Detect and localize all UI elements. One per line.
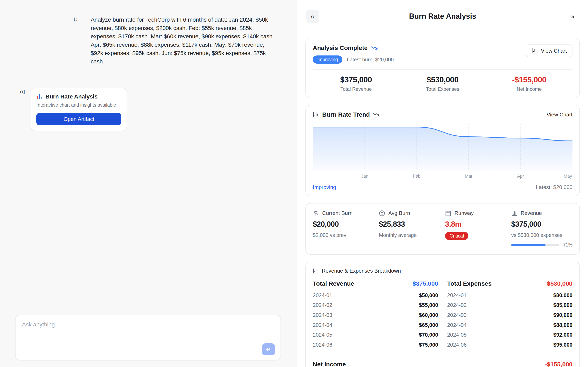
row-value: $85,000 [553, 302, 572, 308]
summary-left: Analysis Complete Improving Latest burn:… [313, 44, 394, 64]
breakdown-grid: Total Revenue $375,000 2024-01$50,000 20… [313, 280, 572, 350]
user-message: Analyze burn rate for TechCorp with 6 mo… [91, 16, 277, 66]
row-value: $80,000 [553, 292, 572, 299]
row-month: 2024-01 [313, 292, 332, 299]
analysis-summary-card: Analysis Complete Improving Latest burn:… [305, 38, 580, 98]
row-month: 2024-04 [447, 322, 467, 328]
summary-stats: $375,000 Total Revenue $530,000 Total Ex… [313, 69, 572, 92]
row-month: 2024-03 [447, 312, 467, 318]
table-row: 2024-03$90,000 [447, 310, 572, 320]
summary-top-row: Analysis Complete Improving Latest burn:… [313, 44, 572, 64]
row-value: $65,000 [419, 322, 438, 328]
user-avatar: U [73, 16, 78, 24]
metric-label: Current Burn [322, 210, 353, 216]
metric-label: Revenue [521, 210, 542, 216]
table-row: 2024-04$65,000 [313, 320, 438, 330]
panel-header: « Burn Rate Analysis » [297, 0, 588, 33]
summary-title: Analysis Complete [313, 44, 367, 51]
metric-label-row: Revenue [511, 210, 572, 216]
progress-percent-label: 71% [563, 242, 572, 248]
net-income-row: Net Income -$155,000 [313, 355, 572, 367]
bar-chart-icon [313, 268, 319, 274]
x-tick-label: Mar [465, 174, 472, 179]
revenue-progress-fill [511, 244, 545, 246]
x-tick-label: Jan [361, 174, 368, 179]
ai-message-row: AI Burn Rate Analysis Interactive chart … [20, 88, 297, 131]
view-chart-button[interactable]: View Chart [526, 44, 572, 57]
row-month: 2024-05 [447, 332, 467, 338]
metric-current-burn: Current Burn $20,000 $2,000 vs prev [313, 210, 379, 248]
trending-down-icon [373, 111, 379, 118]
expenses-column: Total Expenses $530,000 2024-01$80,000 2… [447, 280, 572, 350]
revenue-progress: 71% [511, 242, 572, 248]
artifact-card-title: Burn Rate Analysis [45, 93, 98, 100]
row-month: 2024-02 [313, 302, 332, 308]
ai-avatar: AI [20, 88, 25, 96]
row-value: $92,000 [553, 332, 572, 338]
trend-card-header: Burn Rate Trend View Chart [313, 111, 572, 118]
row-value: $55,000 [419, 302, 438, 308]
metric-avg-burn: Avg Burn $25,833 Monthly average [379, 210, 445, 248]
x-tick-label: Feb [413, 174, 421, 179]
row-value: $75,000 [419, 342, 438, 348]
collapse-panel-button[interactable]: « [306, 9, 319, 23]
user-message-row: U Analyze burn rate for TechCorp with 6 … [73, 16, 281, 66]
metric-value: $25,833 [379, 220, 445, 229]
stat-label: Total Revenue [313, 86, 399, 92]
row-month: 2024-04 [313, 322, 332, 328]
metric-value: $375,000 [511, 220, 572, 229]
metric-sub: $2,000 vs prev [313, 232, 379, 238]
revenue-column-header: Total Revenue $375,000 [313, 280, 438, 287]
metric-sub: vs $530,000 expenses [511, 232, 572, 238]
expenses-total: $530,000 [547, 280, 572, 287]
summary-title-row: Analysis Complete [313, 44, 394, 51]
send-button[interactable]: ↵ [262, 343, 275, 355]
stat-value: -$155,000 [486, 75, 572, 84]
metric-label-row: Current Burn [313, 210, 379, 216]
bar-chart-icon [511, 210, 517, 216]
artifact-card: Burn Rate Analysis Interactive chart and… [31, 88, 127, 131]
metrics-card: Current Burn $20,000 $2,000 vs prev Avg … [305, 203, 580, 255]
x-tick-label: May [563, 174, 572, 179]
panel-title: Burn Rate Analysis [319, 12, 566, 21]
row-value: $88,000 [553, 322, 572, 328]
enter-icon: ↵ [266, 346, 271, 353]
metric-value: $20,000 [313, 220, 379, 229]
trend-status-text: Improving [313, 184, 336, 191]
revenue-header-label: Total Revenue [313, 280, 354, 287]
net-income-label: Net Income [313, 361, 346, 367]
expand-panel-button[interactable]: » [566, 9, 579, 23]
metric-runway: Runway 3.8m Critical [445, 210, 511, 248]
open-artifact-button[interactable]: Open Artifact [36, 113, 121, 125]
table-row: 2024-05$70,000 [313, 330, 438, 340]
metric-value: 3.8m [445, 220, 511, 229]
row-month: 2024-05 [313, 332, 332, 338]
app: U Analyze burn rate for TechCorp with 6 … [0, 0, 588, 367]
summary-sub-row: Improving Latest burn: $20,000 [313, 55, 394, 64]
burn-trend-chart-area [313, 123, 572, 171]
expenses-header-label: Total Expenses [447, 280, 492, 287]
calendar-icon [445, 210, 451, 216]
artifact-card-subtitle: Interactive chart and insights available [36, 102, 121, 108]
expenses-column-header: Total Expenses $530,000 [447, 280, 572, 287]
table-row: 2024-04$88,000 [447, 320, 572, 330]
view-chart-label: View Chart [541, 48, 567, 54]
view-chart-link[interactable]: View Chart [546, 111, 572, 118]
trend-card-footer: Improving Latest: $20,000 [313, 184, 572, 191]
chat-input[interactable] [16, 315, 281, 345]
revenue-total: $375,000 [413, 280, 438, 287]
trending-down-icon [371, 45, 378, 51]
metric-sub: Monthly average [379, 232, 445, 238]
row-month: 2024-01 [447, 292, 467, 299]
trend-card-title: Burn Rate Trend [322, 111, 370, 118]
metric-label: Avg Burn [388, 210, 410, 216]
table-row: 2024-02$55,000 [313, 300, 438, 310]
row-value: $50,000 [419, 292, 438, 299]
metric-revenue: Revenue $375,000 vs $530,000 expenses 71… [511, 210, 572, 248]
stat-total-revenue: $375,000 Total Revenue [313, 75, 399, 92]
stat-value: $375,000 [313, 75, 399, 84]
net-income-value: -$155,000 [545, 361, 572, 367]
chat-composer: ↵ [15, 315, 281, 360]
row-value: $95,000 [553, 342, 572, 348]
breakdown-card: Revenue & Expenses Breakdown Total Reven… [305, 262, 580, 367]
